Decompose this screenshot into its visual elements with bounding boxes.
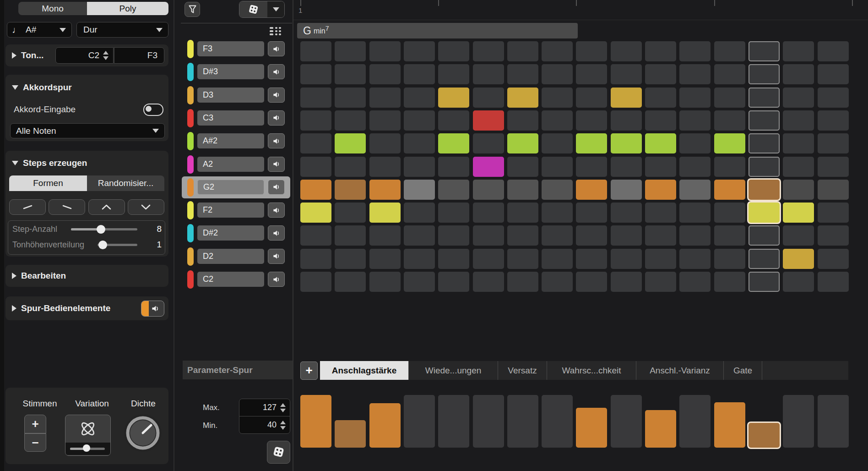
step-cell-D#3-10[interactable] bbox=[611, 64, 642, 84]
step-cell-G2-4[interactable] bbox=[404, 180, 435, 200]
step-cell-D2-3[interactable] bbox=[369, 249, 401, 269]
param-tab-anschl-varianz[interactable]: Anschl.-Varianz bbox=[636, 361, 724, 380]
step-cell-A2-1[interactable] bbox=[300, 157, 331, 177]
step-cell-F3-1[interactable] bbox=[300, 41, 331, 61]
step-cell-A2-8[interactable] bbox=[542, 157, 573, 177]
step-cell-D#2-3[interactable] bbox=[369, 225, 401, 246]
step-cell-D3-7[interactable] bbox=[507, 88, 538, 108]
step-cell-C2-7[interactable] bbox=[507, 272, 538, 292]
step-cell-D#2-4[interactable] bbox=[404, 225, 435, 246]
step-cell-D2-4[interactable] bbox=[404, 249, 435, 269]
step-cell-C3-15[interactable] bbox=[783, 110, 814, 131]
note-name-button[interactable]: C2 bbox=[197, 272, 264, 287]
step-cell-D#2-10[interactable] bbox=[611, 225, 642, 246]
step-cell-D2-14[interactable] bbox=[749, 249, 780, 269]
step-cell-F3-9[interactable] bbox=[576, 41, 607, 61]
step-cell-A#2-5[interactable] bbox=[438, 133, 469, 153]
step-cell-D#3-7[interactable] bbox=[507, 64, 538, 84]
step-cell-D#2-1[interactable] bbox=[300, 225, 331, 246]
velocity-bar-step-9[interactable] bbox=[576, 408, 607, 448]
velocity-bar-step-14[interactable] bbox=[749, 423, 780, 448]
step-cell-A#2-2[interactable] bbox=[335, 133, 366, 153]
step-cell-C3-16[interactable] bbox=[818, 110, 849, 131]
step-cell-A2-14[interactable] bbox=[749, 157, 780, 177]
step-cell-F3-3[interactable] bbox=[369, 41, 401, 61]
lane-dice-button[interactable] bbox=[267, 441, 290, 464]
step-cell-D#2-9[interactable] bbox=[576, 225, 607, 246]
step-cell-C2-15[interactable] bbox=[783, 272, 814, 292]
step-cell-D2-1[interactable] bbox=[300, 249, 331, 269]
velocity-bar-step-10[interactable] bbox=[611, 395, 642, 448]
mode-option-mono[interactable]: Mono bbox=[18, 2, 87, 15]
step-cell-D3-11[interactable] bbox=[645, 88, 676, 108]
shape-button-valley[interactable] bbox=[128, 199, 164, 215]
remove-voice-button[interactable]: − bbox=[24, 433, 46, 452]
step-cell-C3-8[interactable] bbox=[542, 110, 573, 131]
tab-randomisieren[interactable]: Randomisier... bbox=[87, 175, 164, 191]
step-cell-F2-6[interactable] bbox=[473, 203, 504, 223]
step-cell-D#3-2[interactable] bbox=[335, 64, 366, 84]
step-cell-F3-5[interactable] bbox=[438, 41, 469, 61]
track-mute-speaker-button[interactable] bbox=[141, 301, 164, 317]
note-preview-speaker-button[interactable] bbox=[268, 272, 285, 287]
step-cell-G2-13[interactable] bbox=[714, 180, 745, 200]
step-cell-C3-1[interactable] bbox=[300, 110, 331, 131]
step-cell-D3-9[interactable] bbox=[576, 88, 607, 108]
dice-button[interactable] bbox=[239, 1, 267, 17]
step-cell-D#3-1[interactable] bbox=[300, 64, 331, 84]
step-cell-G2-7[interactable] bbox=[507, 180, 538, 200]
note-preview-speaker-button[interactable] bbox=[268, 225, 285, 241]
variation-slider[interactable] bbox=[65, 443, 110, 455]
mode-option-poly[interactable]: Poly bbox=[87, 2, 168, 15]
step-cell-F3-10[interactable] bbox=[611, 41, 642, 61]
step-cell-D2-15[interactable] bbox=[783, 249, 814, 269]
step-cell-A#2-12[interactable] bbox=[679, 133, 711, 153]
step-cell-D2-9[interactable] bbox=[576, 249, 607, 269]
step-cell-F2-16[interactable] bbox=[818, 203, 849, 223]
step-cell-A#2-8[interactable] bbox=[542, 133, 573, 153]
param-tab-wiede-ungen[interactable]: Wiede...ungen bbox=[409, 361, 498, 380]
note-preview-speaker-button[interactable] bbox=[268, 88, 285, 103]
step-cell-D3-12[interactable] bbox=[679, 88, 711, 108]
step-cell-A2-9[interactable] bbox=[576, 157, 607, 177]
note-color-pill[interactable] bbox=[187, 40, 194, 58]
velocity-bar-step-11[interactable] bbox=[645, 410, 676, 448]
step-cell-C3-7[interactable] bbox=[507, 110, 538, 131]
velocity-bar-step-2[interactable] bbox=[335, 420, 366, 448]
step-cell-F3-8[interactable] bbox=[542, 41, 573, 61]
step-cell-G2-2[interactable] bbox=[335, 180, 366, 200]
note-name-button[interactable]: F2 bbox=[197, 203, 264, 218]
pitch-range-header[interactable]: Ton... bbox=[12, 50, 43, 60]
velocity-bar-step-1[interactable] bbox=[300, 395, 331, 448]
step-cell-C2-3[interactable] bbox=[369, 272, 401, 292]
param-tab-wahrsc-chkeit[interactable]: Wahrsc...chkeit bbox=[547, 361, 636, 380]
step-cell-C3-14[interactable] bbox=[749, 110, 780, 131]
step-cell-C2-1[interactable] bbox=[300, 272, 331, 292]
note-name-button[interactable]: D#2 bbox=[197, 225, 264, 241]
step-cell-A#2-6[interactable] bbox=[473, 133, 504, 153]
step-cell-F2-2[interactable] bbox=[335, 203, 366, 223]
step-cell-D#3-3[interactable] bbox=[369, 64, 401, 84]
step-cell-D#2-12[interactable] bbox=[679, 225, 711, 246]
step-cell-F2-7[interactable] bbox=[507, 203, 538, 223]
step-cell-D3-13[interactable] bbox=[714, 88, 745, 108]
step-cell-C3-2[interactable] bbox=[335, 110, 366, 131]
note-color-pill[interactable] bbox=[187, 155, 194, 174]
note-color-pill[interactable] bbox=[187, 109, 194, 127]
step-cell-D#2-7[interactable] bbox=[507, 225, 538, 246]
step-cell-G2-14[interactable] bbox=[749, 180, 780, 200]
step-cell-A#2-13[interactable] bbox=[714, 133, 745, 153]
step-cell-C2-13[interactable] bbox=[714, 272, 745, 292]
spinner-arrows-icon[interactable] bbox=[280, 421, 286, 430]
velocity-bar-step-12[interactable] bbox=[679, 395, 711, 448]
step-cell-D3-10[interactable] bbox=[611, 88, 642, 108]
step-cell-D3-14[interactable] bbox=[749, 88, 780, 108]
step-cell-G2-12[interactable] bbox=[679, 180, 711, 200]
step-count-slider-thumb[interactable] bbox=[97, 225, 105, 234]
step-cell-A2-13[interactable] bbox=[714, 157, 745, 177]
step-cell-G2-5[interactable] bbox=[438, 180, 469, 200]
velocity-bar-step-7[interactable] bbox=[507, 395, 538, 448]
step-cell-D#3-4[interactable] bbox=[404, 64, 435, 84]
note-name-button[interactable]: D2 bbox=[197, 249, 264, 264]
step-cell-C3-6[interactable] bbox=[473, 110, 504, 131]
